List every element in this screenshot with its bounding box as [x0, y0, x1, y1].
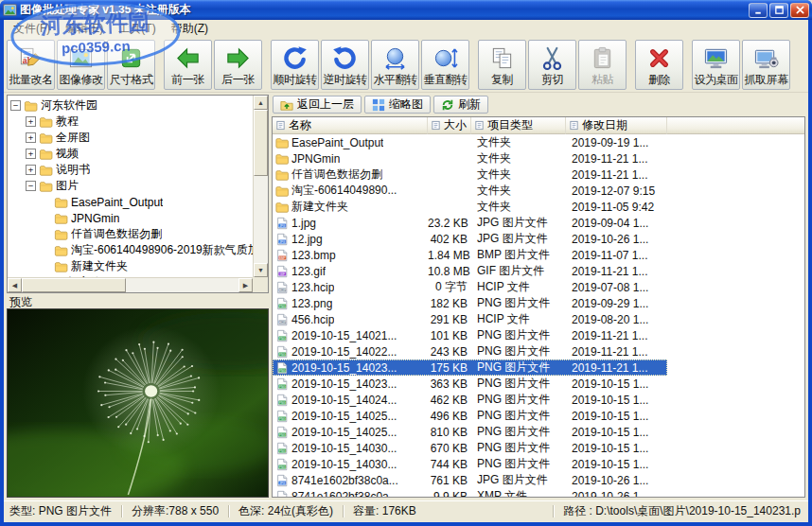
- file-type: JPG 图片文件: [471, 215, 566, 231]
- scroll-left-icon[interactable]: ◀: [8, 278, 22, 292]
- tree-expander-icon[interactable]: +: [26, 165, 36, 175]
- toolbar-button-capture[interactable]: 抓取屏幕: [742, 40, 790, 90]
- file-row[interactable]: PNG2019-10-15_14025...810 KBPNG 图片文件2019…: [273, 424, 667, 440]
- filebar-button-up[interactable]: 返回上一层: [273, 96, 362, 114]
- toolbar-button-delete[interactable]: 删除: [635, 40, 683, 90]
- tree-item[interactable]: EasePaint_Output: [8, 194, 253, 210]
- file-row[interactable]: PNG2019-10-15_14025...496 KBPNG 图片文件2019…: [273, 408, 667, 424]
- file-icon: BMP: [275, 249, 289, 262]
- column-header[interactable]: 修改日期: [566, 117, 667, 134]
- tree-item[interactable]: +教程: [8, 114, 253, 130]
- file-row[interactable]: JPG12.jpg402 KBJPG 图片文件2019-10-26 1...: [273, 231, 667, 247]
- toolbar-button-label: 顺时旋转: [274, 72, 317, 88]
- file-date: 2019-09-19 1...: [566, 136, 667, 149]
- toolbar-button-flip-h[interactable]: 水平翻转: [371, 40, 419, 90]
- file-size: 402 KB: [428, 233, 471, 246]
- column-header[interactable]: 名称: [273, 117, 428, 134]
- maximize-button[interactable]: [769, 3, 788, 18]
- filebar-button-thumbnail[interactable]: 缩略图: [364, 96, 431, 114]
- file-row[interactable]: 新建文件夹文件夹2019-11-05 9:42: [273, 199, 667, 215]
- toolbar-button-copy[interactable]: 复制: [478, 40, 526, 90]
- tree-item[interactable]: +视频: [8, 146, 253, 162]
- toolbar-button-rotate-ccw[interactable]: 逆时旋转: [321, 40, 369, 90]
- file-row[interactable]: 仟首调色数据勿删文件夹2019-11-21 1...: [273, 167, 667, 183]
- svg-text:BMP: BMP: [279, 255, 286, 259]
- file-date: 2019-10-15 1...: [566, 442, 667, 455]
- toolbar-button-paste[interactable]: 粘贴: [578, 40, 627, 90]
- tree-item[interactable]: +说明书: [8, 162, 253, 178]
- tree-expander-icon[interactable]: +: [26, 149, 36, 159]
- toolbar-button-batch-rename[interactable]: ab批量改名: [7, 40, 55, 90]
- column-header[interactable]: 项目类型: [471, 117, 566, 134]
- scroll-up-icon[interactable]: ▲: [254, 96, 268, 110]
- file-toolbar: 返回上一层缩略图刷新: [272, 95, 805, 116]
- minimize-button[interactable]: [749, 3, 768, 18]
- file-row[interactable]: PNG2019-10-15_14022...243 KBPNG 图片文件2019…: [273, 343, 667, 359]
- menu-item[interactable]: 编辑(E): [58, 20, 111, 38]
- file-date: 2019-10-15 1...: [566, 458, 667, 471]
- toolbar-button-rotate-cw[interactable]: 顺时旋转: [271, 40, 319, 90]
- file-row[interactable]: BMP123.bmp1.84 MBBMP 图片文件2019-11-07 1...: [273, 247, 667, 263]
- folder-icon: [275, 168, 289, 182]
- file-date: 2019-10-26 1...: [566, 490, 667, 498]
- toolbar-button-set-desktop[interactable]: 设为桌面: [692, 40, 740, 90]
- folder-icon: [275, 136, 289, 149]
- file-row[interactable]: PNG2019-10-15_14023...175 KBPNG 图片文件2019…: [273, 359, 667, 376]
- file-row[interactable]: JPNGmin文件夹2019-11-21 1...: [273, 150, 667, 167]
- file-row[interactable]: HCIP123.hcip0 字节HCIP 文件2019-07-08 1...: [273, 279, 667, 295]
- tree-item[interactable]: 仟首调色数据勿删: [8, 226, 253, 242]
- file-row[interactable]: JPG1.jpg23.2 KBJPG 图片文件2019-09-04 1...: [273, 215, 667, 231]
- tree-item[interactable]: 新建文件夹: [8, 258, 253, 274]
- toolbar-button-size-format[interactable]: 尺寸格式: [107, 40, 155, 90]
- file-row[interactable]: GIF123.gif10.8 MBGIF 图片文件2019-11-21 1...: [273, 263, 667, 279]
- file-date: 2019-10-15 1...: [566, 377, 667, 391]
- file-row[interactable]: 淘宝-60614049890...文件夹2019-12-07 9:15: [273, 183, 667, 199]
- svg-text:PNG: PNG: [279, 448, 286, 452]
- file-row[interactable]: PNG2019-10-15_14023...363 KBPNG 图片文件2019…: [273, 376, 667, 392]
- file-name: 2019-10-15_14024...: [291, 394, 397, 407]
- file-size: 0 字节: [428, 279, 471, 295]
- file-row[interactable]: EasePaint_Output文件夹2019-09-19 1...: [273, 134, 667, 150]
- file-row[interactable]: XMP8741e1602bf38c0a...9.9 KBXMP 文件2019-1…: [273, 488, 667, 497]
- file-size: 670 KB: [428, 442, 471, 455]
- tree-item[interactable]: −图片: [8, 178, 253, 194]
- tree-expander-icon[interactable]: −: [26, 181, 36, 191]
- file-size: 761 KB: [428, 474, 471, 487]
- tree-expander-icon[interactable]: +: [26, 132, 36, 143]
- scroll-right-icon[interactable]: ▶: [238, 278, 253, 292]
- file-size: 810 KB: [428, 426, 471, 439]
- tree-horizontal-scrollbar[interactable]: ◀ ▶: [8, 277, 253, 292]
- file-row[interactable]: JPG8741e1602bf38c0a...761 KBJPG 图片文件2019…: [273, 472, 667, 488]
- toolbar-button-cut[interactable]: 剪切: [528, 40, 576, 90]
- file-row[interactable]: PNG123.png182 KBPNG 图片文件2019-09-29 1...: [273, 295, 667, 311]
- tree-item[interactable]: +全屏图: [8, 130, 253, 146]
- scroll-down-icon[interactable]: ▼: [254, 263, 268, 277]
- toolbar-button-image-edit[interactable]: 图像修改: [57, 40, 105, 90]
- close-button[interactable]: [790, 3, 809, 18]
- toolbar-button-flip-v[interactable]: 垂直翻转: [421, 40, 469, 90]
- scrollbar-thumb[interactable]: [22, 278, 126, 292]
- column-header[interactable]: 大小: [428, 117, 471, 134]
- toolbar-button-prev[interactable]: 前一张: [164, 40, 212, 90]
- menu-item[interactable]: 工具(T): [111, 20, 163, 38]
- tree-item[interactable]: JPNGmin: [8, 210, 253, 226]
- file-row[interactable]: HCIP456.hcip291 KBHCIP 文件2019-08-20 1...: [273, 311, 667, 327]
- file-date: 2019-10-26 1...: [566, 474, 667, 487]
- tree-expander-icon[interactable]: +: [26, 116, 36, 127]
- menu-item[interactable]: 文件(F): [6, 20, 58, 38]
- file-row[interactable]: PNG2019-10-15_14024...462 KBPNG 图片文件2019…: [273, 392, 667, 408]
- file-name: 8741e1602bf38c0a...: [291, 490, 398, 498]
- toolbar-button-label: 复制: [491, 72, 513, 88]
- file-size: 182 KB: [428, 297, 471, 310]
- tree-vertical-scrollbar[interactable]: ▲ ▼: [253, 96, 268, 277]
- toolbar-button-next[interactable]: 后一张: [214, 40, 262, 90]
- tree-item[interactable]: 淘宝-606140498906-2019新款气质加: [8, 242, 253, 258]
- file-row[interactable]: PNG2019-10-15_14030...744 KBPNG 图片文件2019…: [273, 456, 667, 472]
- menu-item[interactable]: 帮助(Z): [164, 20, 216, 38]
- tree-item[interactable]: −河东软件园: [8, 97, 253, 114]
- scrollbar-thumb[interactable]: [254, 110, 268, 176]
- tree-expander-icon[interactable]: −: [10, 100, 21, 111]
- file-row[interactable]: PNG2019-10-15_14030...670 KBPNG 图片文件2019…: [273, 440, 667, 456]
- file-row[interactable]: PNG2019-10-15_14021...101 KBPNG 图片文件2019…: [273, 327, 667, 343]
- filebar-button-refresh[interactable]: 刷新: [433, 96, 488, 114]
